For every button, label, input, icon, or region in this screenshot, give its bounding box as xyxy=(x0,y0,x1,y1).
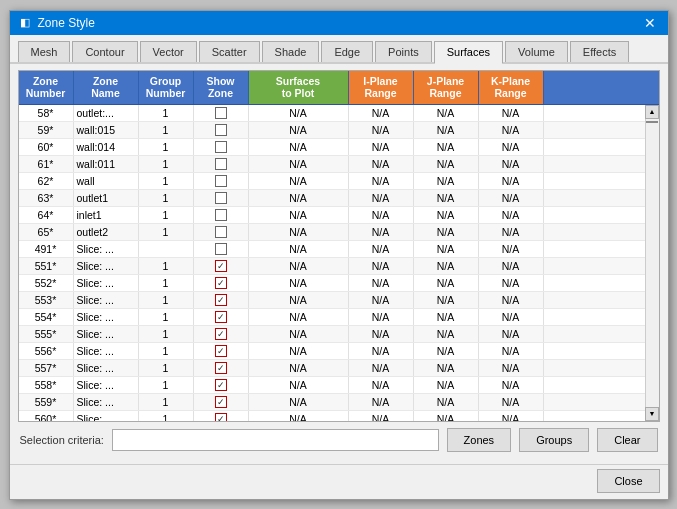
cell-show[interactable] xyxy=(194,190,249,206)
show-zone-checkbox[interactable] xyxy=(215,311,227,323)
cell-jplane: N/A xyxy=(414,156,479,172)
cell-show[interactable] xyxy=(194,241,249,257)
show-zone-checkbox[interactable] xyxy=(215,141,227,153)
cell-kplane: N/A xyxy=(479,411,544,421)
cell-show[interactable] xyxy=(194,275,249,291)
table-row: 556* Slice: ... 1 N/A N/A N/A N/A xyxy=(19,343,645,360)
zones-button[interactable]: Zones xyxy=(447,428,512,452)
show-zone-checkbox[interactable] xyxy=(215,345,227,357)
show-zone-checkbox[interactable] xyxy=(215,260,227,272)
cell-zone: 555* xyxy=(19,326,74,342)
clear-button[interactable]: Clear xyxy=(597,428,657,452)
cell-show[interactable] xyxy=(194,173,249,189)
cell-name: wall:011 xyxy=(74,156,139,172)
cell-surfaces: N/A xyxy=(249,105,349,121)
tab-surfaces[interactable]: Surfaces xyxy=(434,41,503,64)
col-kplane-range: K-PlaneRange xyxy=(479,71,544,104)
cell-kplane: N/A xyxy=(479,292,544,308)
cell-kplane: N/A xyxy=(479,241,544,257)
cell-kplane: N/A xyxy=(479,105,544,121)
cell-surfaces: N/A xyxy=(249,139,349,155)
cell-show[interactable] xyxy=(194,258,249,274)
cell-group xyxy=(139,241,194,257)
cell-show[interactable] xyxy=(194,326,249,342)
show-zone-checkbox[interactable] xyxy=(215,294,227,306)
cell-group: 1 xyxy=(139,190,194,206)
cell-name: Slice: ... xyxy=(74,292,139,308)
cell-surfaces: N/A xyxy=(249,190,349,206)
show-zone-checkbox[interactable] xyxy=(215,413,227,421)
cell-group: 1 xyxy=(139,224,194,240)
cell-jplane: N/A xyxy=(414,173,479,189)
table-row: 491* Slice: ... N/A N/A N/A N/A xyxy=(19,241,645,258)
cell-show[interactable] xyxy=(194,156,249,172)
scroll-down-arrow[interactable]: ▼ xyxy=(645,407,659,421)
tab-vector[interactable]: Vector xyxy=(140,41,197,62)
cell-show[interactable] xyxy=(194,377,249,393)
window-close-button[interactable]: ✕ xyxy=(640,15,660,31)
show-zone-checkbox[interactable] xyxy=(215,158,227,170)
show-zone-checkbox[interactable] xyxy=(215,396,227,408)
table-row: 554* Slice: ... 1 N/A N/A N/A N/A xyxy=(19,309,645,326)
cell-show[interactable] xyxy=(194,394,249,410)
cell-name: Slice: ... xyxy=(74,309,139,325)
cell-surfaces: N/A xyxy=(249,292,349,308)
cell-show[interactable] xyxy=(194,343,249,359)
tab-edge[interactable]: Edge xyxy=(321,41,373,62)
tab-volume[interactable]: Volume xyxy=(505,41,568,62)
cell-jplane: N/A xyxy=(414,105,479,121)
scroll-up-arrow[interactable]: ▲ xyxy=(645,105,659,119)
close-button[interactable]: Close xyxy=(597,469,659,493)
scrollbar[interactable]: ▲ ▼ xyxy=(645,105,659,421)
col-group-number: GroupNumber xyxy=(139,71,194,104)
show-zone-checkbox[interactable] xyxy=(215,362,227,374)
tab-effects[interactable]: Effects xyxy=(570,41,629,62)
bottom-controls: Selection criteria: Zones Groups Clear xyxy=(18,422,660,458)
show-zone-checkbox[interactable] xyxy=(215,328,227,340)
cell-show[interactable] xyxy=(194,139,249,155)
cell-show[interactable] xyxy=(194,224,249,240)
show-zone-checkbox[interactable] xyxy=(215,277,227,289)
cell-name: inlet1 xyxy=(74,207,139,223)
tab-points[interactable]: Points xyxy=(375,41,432,62)
cell-group: 1 xyxy=(139,360,194,376)
show-zone-checkbox[interactable] xyxy=(215,243,227,255)
cell-show[interactable] xyxy=(194,360,249,376)
cell-zone: 557* xyxy=(19,360,74,376)
tab-shade[interactable]: Shade xyxy=(262,41,320,62)
cell-surfaces: N/A xyxy=(249,241,349,257)
tab-scatter[interactable]: Scatter xyxy=(199,41,260,62)
tab-mesh[interactable]: Mesh xyxy=(18,41,71,62)
cell-iplane: N/A xyxy=(349,207,414,223)
cell-zone: 61* xyxy=(19,156,74,172)
cell-show[interactable] xyxy=(194,122,249,138)
cell-show[interactable] xyxy=(194,207,249,223)
cell-surfaces: N/A xyxy=(249,122,349,138)
cell-show[interactable] xyxy=(194,309,249,325)
cell-zone: 65* xyxy=(19,224,74,240)
scroll-thumb[interactable] xyxy=(646,121,658,123)
cell-surfaces: N/A xyxy=(249,275,349,291)
show-zone-checkbox[interactable] xyxy=(215,192,227,204)
groups-button[interactable]: Groups xyxy=(519,428,589,452)
selection-criteria-input[interactable] xyxy=(112,429,439,451)
cell-iplane: N/A xyxy=(349,394,414,410)
main-content: ZoneNumber ZoneName GroupNumber ShowZone… xyxy=(10,64,668,464)
tab-contour[interactable]: Contour xyxy=(72,41,137,62)
show-zone-checkbox[interactable] xyxy=(215,379,227,391)
cell-show[interactable] xyxy=(194,292,249,308)
cell-show[interactable] xyxy=(194,411,249,421)
cell-kplane: N/A xyxy=(479,207,544,223)
cell-kplane: N/A xyxy=(479,156,544,172)
show-zone-checkbox[interactable] xyxy=(215,209,227,221)
show-zone-checkbox[interactable] xyxy=(215,124,227,136)
show-zone-checkbox[interactable] xyxy=(215,175,227,187)
show-zone-checkbox[interactable] xyxy=(215,226,227,238)
cell-zone: 559* xyxy=(19,394,74,410)
cell-iplane: N/A xyxy=(349,139,414,155)
show-zone-checkbox[interactable] xyxy=(215,107,227,119)
cell-name: outlet:... xyxy=(74,105,139,121)
cell-iplane: N/A xyxy=(349,122,414,138)
table-row: 58* outlet:... 1 N/A N/A N/A N/A xyxy=(19,105,645,122)
cell-show[interactable] xyxy=(194,105,249,121)
